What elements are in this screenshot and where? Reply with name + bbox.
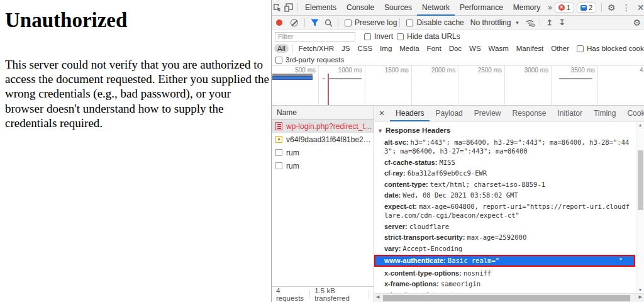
script-icon: [275, 136, 282, 143]
clear-icon[interactable]: [291, 19, 298, 26]
inspect-element-icon[interactable]: [273, 3, 282, 13]
disable-cache-checkbox[interactable]: [406, 20, 413, 26]
request-count: 4 requests: [276, 287, 305, 302]
header-name: strict-transport-security:: [384, 233, 465, 241]
filter-input[interactable]: [275, 32, 355, 42]
request-row[interactable]: wp-login.php?redirect_to=htt...: [272, 120, 374, 133]
scroll-down-icon[interactable]: ▼: [636, 288, 644, 292]
section-title-text: Response Headers: [386, 126, 451, 134]
third-party-row: 3rd-party requests: [272, 55, 644, 65]
tab-network[interactable]: Network: [417, 0, 455, 16]
header-name: alt-svc:: [384, 138, 409, 146]
divider: [304, 18, 305, 27]
header-row-highlighted-www-authenticate[interactable]: www-authenticate: Basic realm=" ": [374, 255, 635, 267]
divider: [540, 18, 540, 27]
vertical-scrollbar[interactable]: ▲ ▼: [636, 121, 644, 293]
detail-tab-response[interactable]: Response: [506, 106, 552, 121]
pill-media[interactable]: Media: [396, 44, 422, 53]
preserve-log-checkbox[interactable]: [345, 20, 352, 26]
header-name: vary:: [384, 245, 401, 252]
tab-performance[interactable]: Performance: [455, 0, 508, 16]
pill-css[interactable]: CSS: [354, 44, 375, 53]
more-tabs-icon[interactable]: »: [545, 3, 555, 12]
waterfall-line-1: [329, 78, 362, 79]
detail-tab-timing[interactable]: Timing: [588, 106, 622, 121]
tick-label: 3500 ms: [551, 67, 595, 74]
preserve-log-label: Preserve log: [355, 18, 397, 27]
pill-img[interactable]: Img: [377, 44, 395, 53]
header-value: max-age=2592000: [467, 233, 526, 241]
horizontal-scrollbar[interactable]: ◀ ▶: [374, 293, 644, 302]
header-row: expect-ct: max-age=604800, report-uri="h…: [374, 201, 635, 221]
collapse-triangle-icon: ▼: [377, 128, 383, 134]
filter-funnel-icon[interactable]: [309, 18, 320, 28]
close-devtools-icon[interactable]: ✕: [634, 3, 644, 13]
name-column-header[interactable]: Name: [272, 106, 374, 120]
hide-data-urls-label: Hide data URLs: [407, 32, 460, 41]
search-icon[interactable]: [323, 18, 334, 28]
request-row[interactable]: rum: [272, 159, 374, 172]
scroll-up-icon[interactable]: ▲: [636, 123, 644, 127]
waterfall-bar-blue: [272, 76, 313, 80]
record-button[interactable]: [276, 20, 282, 26]
request-name: rum: [286, 162, 299, 171]
kebab-menu-icon[interactable]: ⋮: [619, 3, 634, 13]
has-blocked-cookies-checkbox[interactable]: [577, 45, 584, 52]
tab-console[interactable]: Console: [341, 0, 379, 16]
divider: [309, 290, 310, 299]
network-status-bar: 4 requests 1.5 kB transferred: [272, 286, 374, 302]
scroll-right-icon[interactable]: ▶: [639, 294, 642, 299]
hide-data-urls-checkbox[interactable]: [397, 33, 404, 40]
network-settings-gear-icon[interactable]: ⚙: [630, 18, 644, 28]
divider: [338, 18, 338, 27]
device-toolbar-icon[interactable]: [284, 3, 293, 13]
tab-sources[interactable]: Sources: [379, 0, 417, 16]
resource-type-filter-row: All Fetch/XHR JS CSS Img Media Font Doc …: [272, 42, 644, 55]
network-overview-timeline[interactable]: 500 ms 1000 ms 1500 ms 2000 ms 2500 ms 3…: [272, 65, 644, 106]
has-blocked-cookies-label: Has blocked cookies: [587, 45, 644, 52]
response-headers-section[interactable]: ▼Response Headers: [374, 125, 635, 137]
network-main-area: Name wp-login.php?redirect_to=htt... v64…: [272, 106, 644, 302]
pill-all[interactable]: All: [274, 44, 289, 53]
third-party-checkbox[interactable]: [275, 57, 282, 64]
detail-tab-cookies[interactable]: Cookies: [621, 106, 644, 121]
header-name: cf-cache-status:: [384, 159, 437, 166]
horizontal-scrollbar-thumb[interactable]: [383, 295, 630, 301]
throttling-select[interactable]: No throttling: [470, 18, 511, 27]
divider: [292, 44, 292, 53]
settings-gear-icon[interactable]: ⚙: [604, 3, 619, 13]
transferred-size: 1.5 kB transferred: [314, 287, 364, 302]
header-value: h3=":443"; ma=86400, h3-29=":443"; ma=86…: [384, 138, 629, 155]
pill-doc[interactable]: Doc: [446, 44, 465, 53]
network-conditions-icon[interactable]: [525, 18, 536, 28]
pill-ws[interactable]: WS: [466, 44, 484, 53]
tab-elements[interactable]: Elements: [300, 0, 341, 16]
pill-fetch-xhr[interactable]: Fetch/XHR: [296, 44, 337, 53]
export-har-icon[interactable]: ↧: [558, 18, 565, 27]
scroll-left-icon[interactable]: ◀: [376, 294, 379, 299]
error-badge[interactable]: ✕ 1: [555, 3, 574, 13]
screen: Unauthorized This server could not verif…: [0, 0, 644, 302]
pill-font[interactable]: Font: [424, 44, 445, 53]
pill-manifest[interactable]: Manifest: [513, 44, 547, 53]
header-row: content-type: text/html; charset=iso-885…: [374, 179, 635, 190]
pill-js[interactable]: JS: [338, 44, 353, 53]
tab-memory[interactable]: Memory: [508, 0, 545, 16]
pill-wasm[interactable]: Wasm: [486, 44, 512, 53]
header-name: x-frame-options:: [384, 280, 439, 288]
detail-tab-preview[interactable]: Preview: [469, 106, 507, 121]
import-har-icon[interactable]: ↥: [546, 18, 552, 27]
tick-label: 2500 ms: [458, 67, 502, 74]
vertical-scrollbar-thumb[interactable]: [638, 150, 643, 210]
detail-tab-payload[interactable]: Payload: [430, 106, 468, 121]
invert-checkbox[interactable]: [364, 33, 371, 40]
detail-tab-initiator[interactable]: Initiator: [552, 106, 588, 121]
request-row[interactable]: rum: [272, 146, 374, 159]
request-row[interactable]: v64f9daad31f64f81be21cbef6...: [272, 133, 374, 146]
detail-tab-headers[interactable]: Headers: [390, 106, 430, 121]
pill-other[interactable]: Other: [548, 44, 572, 53]
header-row: x-content-type-options: nosniff: [374, 267, 635, 279]
issues-badge[interactable]: 2: [577, 3, 596, 13]
chevron-down-icon[interactable]: ▼: [514, 20, 519, 26]
close-detail-icon[interactable]: ✕: [374, 109, 390, 118]
